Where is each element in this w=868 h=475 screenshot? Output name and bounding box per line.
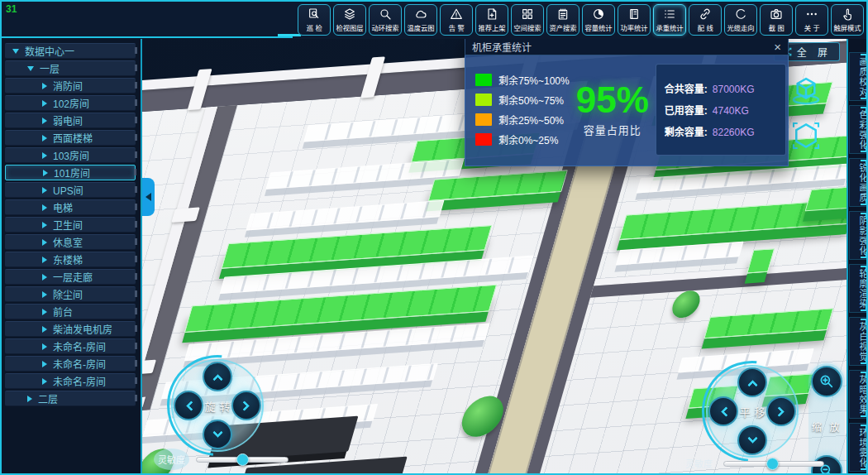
tree-item[interactable]: 103房间 bbox=[5, 147, 136, 163]
link-button[interactable]: 配 线 bbox=[689, 4, 722, 36]
tree-item[interactable]: 卫生间 bbox=[5, 217, 136, 233]
tree-item[interactable]: 弱电间 bbox=[5, 113, 136, 128]
tree-item[interactable]: 休息室 bbox=[5, 234, 136, 250]
tree-item[interactable]: 除尘间 bbox=[5, 286, 136, 302]
tree-item-label: 西面楼梯 bbox=[53, 131, 93, 145]
expand-icon bbox=[42, 309, 47, 315]
grid-button[interactable]: 空间搜索 bbox=[511, 4, 544, 36]
close-icon[interactable]: × bbox=[774, 41, 781, 53]
book-button[interactable]: 功率统计 bbox=[618, 4, 651, 36]
list-button[interactable]: 承重统计 bbox=[653, 4, 686, 36]
pan-right-button[interactable] bbox=[766, 396, 796, 426]
room-tree-sidebar: 数据中心一一层消防间102房间弱电间西面楼梯103房间101房间UPS间电梯卫生… bbox=[2, 39, 141, 473]
touch-button[interactable]: 触屏模式 bbox=[831, 4, 864, 36]
slider-handle[interactable] bbox=[766, 458, 779, 470]
inspect-button[interactable]: 巡 检 bbox=[298, 4, 331, 36]
toolbar-button-label: 温度云图 bbox=[407, 22, 434, 32]
alarm-button[interactable]: 告 警 bbox=[440, 4, 473, 36]
zoom-in-icon bbox=[818, 373, 835, 390]
tree-item[interactable]: 前台 bbox=[5, 304, 136, 319]
pan-down-button[interactable] bbox=[737, 425, 767, 455]
cloud-button[interactable]: 温度云图 bbox=[404, 4, 437, 36]
render-effect-button[interactable]: 轮廓渲染 bbox=[849, 264, 868, 313]
shelf-button[interactable]: 推荐上架 bbox=[475, 4, 508, 36]
tree-item[interactable]: 102房间 bbox=[5, 95, 136, 111]
expand-icon bbox=[42, 239, 47, 246]
tree-item[interactable]: 未命名-房间 bbox=[5, 373, 136, 389]
pie-button[interactable]: 容量统计 bbox=[582, 4, 615, 36]
slider-handle[interactable] bbox=[236, 453, 249, 466]
chevron-up-icon bbox=[747, 379, 758, 390]
tree-item[interactable]: 101房间 bbox=[5, 165, 136, 180]
viewport-3d[interactable]: 全 屏 机柜承重统计 × 剩余75%~100%剩余50%~75%剩余25%~50… bbox=[142, 39, 847, 473]
pan-up-button[interactable] bbox=[737, 367, 767, 397]
hexagon-icon bbox=[790, 120, 822, 151]
sidebar-collapse-button[interactable] bbox=[142, 178, 155, 216]
tree-item[interactable]: 柴油发电机房 bbox=[5, 321, 136, 337]
panel-titlebar[interactable]: 机柜承重统计 × bbox=[465, 39, 789, 55]
tree-item[interactable]: UPS间 bbox=[5, 182, 136, 198]
arc-icon bbox=[734, 7, 747, 21]
zoom-in-button[interactable] bbox=[811, 366, 842, 397]
tree-item[interactable]: 数据中心一 bbox=[5, 43, 136, 59]
render-effect-button[interactable]: 画质校对 bbox=[849, 52, 868, 101]
render-effect-button[interactable]: 锐化画质 bbox=[849, 158, 868, 207]
top-toolbar: 31 巡 检检视图层动环搜索温度云图告 警推荐上架空间搜索资产搜索容量统计功率统… bbox=[2, 2, 866, 39]
ledger-button[interactable]: 资产搜索 bbox=[546, 4, 579, 36]
pan-left-button[interactable] bbox=[708, 396, 738, 426]
expand-icon bbox=[42, 274, 47, 281]
expand-icon bbox=[42, 291, 47, 298]
dots-button[interactable]: 关 于 bbox=[795, 4, 828, 36]
cabinet-weight-panel: 机柜承重统计 × 剩余75%~100%剩余50%~75%剩余25%~50%剩余0… bbox=[465, 39, 789, 166]
layers-icon bbox=[343, 7, 356, 21]
tree-item[interactable]: 一层 bbox=[5, 60, 136, 76]
sensitivity-slider[interactable] bbox=[196, 457, 289, 463]
rotate-right-button[interactable] bbox=[231, 391, 261, 420]
shelf-icon bbox=[485, 7, 498, 21]
room-tree: 数据中心一一层消防间102房间弱电间西面楼梯103房间101房间UPS间电梯卫生… bbox=[2, 43, 141, 406]
tree-item-label: 弱电间 bbox=[53, 113, 83, 127]
render-effect-button[interactable]: 色彩强化 bbox=[849, 105, 868, 154]
toolbar-button-label: 触屏模式 bbox=[833, 22, 861, 32]
list-icon bbox=[663, 7, 676, 21]
pan-sensitivity: 灵敏度 bbox=[681, 453, 824, 473]
layers-button[interactable]: 检视图层 bbox=[333, 4, 366, 36]
pan-pad: 平移 bbox=[706, 365, 799, 458]
render-effect-button[interactable]: 灰白视觉 bbox=[849, 317, 868, 366]
tree-item-label: 前台 bbox=[53, 305, 73, 319]
cube-view-button[interactable] bbox=[790, 75, 822, 110]
cloud-icon bbox=[414, 7, 427, 21]
expand-icon bbox=[27, 396, 32, 402]
arc-button[interactable]: 光缆走向 bbox=[724, 4, 757, 36]
tree-item[interactable]: 一层走廊 bbox=[5, 269, 136, 285]
expand-icon bbox=[42, 378, 47, 385]
tree-item[interactable]: 消防间 bbox=[5, 78, 136, 94]
rotate-left-button[interactable] bbox=[174, 391, 203, 420]
tree-item[interactable]: 未命名-房间 bbox=[5, 356, 136, 372]
tree-item[interactable]: 电梯 bbox=[5, 199, 136, 215]
tree-item-label: 102房间 bbox=[53, 96, 89, 110]
chevron-down-icon bbox=[212, 427, 223, 438]
search-button[interactable]: 动环搜索 bbox=[369, 4, 402, 36]
render-effect-button[interactable]: 环境雾化 bbox=[849, 423, 868, 472]
sensitivity-slider[interactable] bbox=[723, 461, 824, 467]
toolbar-button-label: 推荐上架 bbox=[478, 22, 505, 32]
toolbar-button-label: 关 于 bbox=[804, 22, 820, 32]
tree-item[interactable]: 西面楼梯 bbox=[5, 130, 136, 146]
rotate-up-button[interactable] bbox=[203, 362, 232, 391]
grid-icon bbox=[521, 7, 534, 21]
expand-icon bbox=[42, 257, 47, 263]
render-effect-menu: 画质校对色彩强化锐化画质阴影强化轮廓渲染灰白视觉灰暗效果环境雾化 bbox=[847, 39, 868, 473]
tree-item[interactable]: 东楼梯 bbox=[5, 252, 136, 267]
camera-button[interactable]: 截 图 bbox=[760, 4, 793, 36]
expand-icon bbox=[42, 83, 47, 89]
tree-item[interactable]: 未命名-房间 bbox=[5, 338, 136, 354]
pillar bbox=[171, 207, 200, 222]
pie-icon bbox=[592, 7, 605, 21]
tree-item[interactable]: 二层 bbox=[5, 391, 136, 406]
render-effect-button[interactable]: 阴影强化 bbox=[849, 211, 868, 260]
hexagon-view-button[interactable] bbox=[790, 120, 822, 155]
collapse-icon bbox=[27, 66, 34, 71]
rotate-down-button[interactable] bbox=[203, 420, 232, 449]
render-effect-button[interactable]: 灰暗效果 bbox=[849, 370, 868, 419]
